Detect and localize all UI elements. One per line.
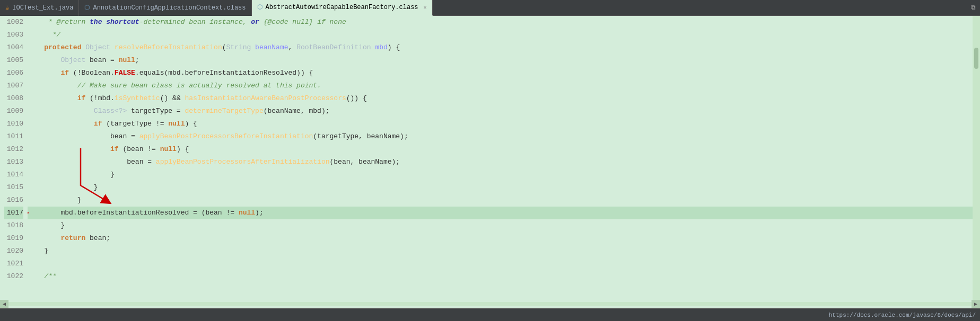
status-bar: https://docs.oracle.com/javase/8/docs/ap… [0, 308, 980, 321]
tab-ioctest[interactable]: ☕ IOCTest_Ext.java [0, 0, 79, 16]
code-line-1010: if (targetType != null) { [28, 118, 973, 130]
code-lines: * @return the shortcut-determined bean i… [28, 16, 973, 283]
tab-bar: ☕ IOCTest_Ext.java ⬡ AnnotationConfigApp… [0, 0, 980, 16]
line-num-1013: 1013 [4, 156, 23, 168]
line-num-1014: 1014 [4, 168, 23, 181]
code-line-1014: } [28, 168, 973, 181]
horizontal-scrollbar[interactable]: ◀ ▶ [0, 300, 980, 308]
line-num-1015: 1015 [4, 181, 23, 194]
tab-label-abstractautowire: AbstractAutowireCapableBeanFactory.class [266, 4, 418, 11]
scroll-left-button[interactable]: ◀ [0, 300, 8, 308]
class-icon-1: ⬡ [84, 4, 90, 12]
scroll-track[interactable] [8, 302, 972, 306]
current-line-arrow: ▶ [28, 207, 29, 219]
restore-icon[interactable]: ⧉ [971, 4, 976, 12]
tab-label-annotationconfig: AnnotationConfigApplicationContext.class [93, 4, 246, 12]
code-line-1019: return bean; [28, 232, 973, 245]
code-line-1008: if (!mbd.isSynthetic() && hasInstantiati… [28, 92, 973, 105]
line-num-1019: 1019 [4, 232, 23, 245]
tab-close-button[interactable]: ✕ [424, 4, 427, 11]
tab-abstractautowire[interactable]: ⬡ AbstractAutowireCapableBeanFactory.cla… [252, 0, 433, 16]
code-line-1013: bean = applyBeanPostProcessorsAfterIniti… [28, 156, 973, 168]
code-line-1007: // Make sure bean class is actually reso… [28, 79, 973, 92]
line-num-1010: 1010 [4, 118, 23, 130]
code-line-1003: */ [28, 29, 973, 41]
code-content[interactable]: * @return the shortcut-determined bean i… [28, 16, 973, 300]
line-num-1020: 1020 [4, 245, 23, 257]
line-num-1008: 1008 [4, 92, 23, 105]
line-num-1009: 1009 [4, 105, 23, 118]
status-url: https://docs.oracle.com/javase/8/docs/ap… [829, 312, 976, 318]
line-num-1017: 1017 [4, 207, 23, 219]
line-num-1007: 1007 [4, 79, 23, 92]
vertical-scrollbar[interactable] [973, 16, 980, 300]
scrollbar-thumb[interactable] [974, 48, 978, 69]
line-num-1016: 1016 [4, 194, 23, 207]
line-num-1021: 1021 [4, 257, 23, 270]
line-num-1005: 1005 [4, 54, 23, 67]
line-numbers: 1002 1003 1004 1005 1006 1007 1008 1009 … [0, 16, 28, 300]
line-num-1002: 1002 [4, 16, 23, 29]
class-icon-2: ⬡ [257, 3, 262, 11]
code-line-1012: if (bean != null) { [28, 143, 973, 156]
code-line-1020: } [28, 245, 973, 257]
code-line-1018: } [28, 219, 973, 232]
scroll-right-button[interactable]: ▶ [972, 300, 980, 308]
editor-container: ☕ IOCTest_Ext.java ⬡ AnnotationConfigApp… [0, 0, 980, 321]
line-num-1011: 1011 [4, 130, 23, 143]
code-line-1017: ▶ mbd.beforeInstantiationResolved = (bea… [28, 207, 973, 219]
line-num-1022: 1022 [4, 270, 23, 283]
code-line-1016: } [28, 194, 973, 207]
tab-label-ioctest: IOCTest_Ext.java [12, 4, 73, 12]
code-line-1015: } [28, 181, 973, 194]
line-num-1006: 1006 [4, 67, 23, 79]
code-line-1002: * @return the shortcut-determined bean i… [28, 16, 973, 29]
code-line-1022: /** [28, 270, 973, 283]
java-icon: ☕ [5, 4, 9, 12]
code-line-1004: protected Object resolveBeforeInstantiat… [28, 41, 973, 54]
code-line-1009: Class<?> targetType = determineTargetTyp… [28, 105, 973, 118]
line-num-1004: 1004 [4, 41, 23, 54]
line-num-1018: 1018 [4, 219, 23, 232]
line-num-1012: 1012 [4, 143, 23, 156]
code-line-1021 [28, 257, 973, 270]
code-area: 1002 1003 1004 1005 1006 1007 1008 1009 … [0, 16, 980, 300]
code-line-1011: bean = applyBeanPostProcessorsBeforeInst… [28, 130, 973, 143]
line-num-1003: 1003 [4, 29, 23, 41]
code-line-1005: Object bean = null; [28, 54, 973, 67]
code-line-1006: if (!Boolean.FALSE.equals(mbd.beforeInst… [28, 67, 973, 79]
tab-annotationconfig[interactable]: ⬡ AnnotationConfigApplicationContext.cla… [79, 0, 251, 16]
